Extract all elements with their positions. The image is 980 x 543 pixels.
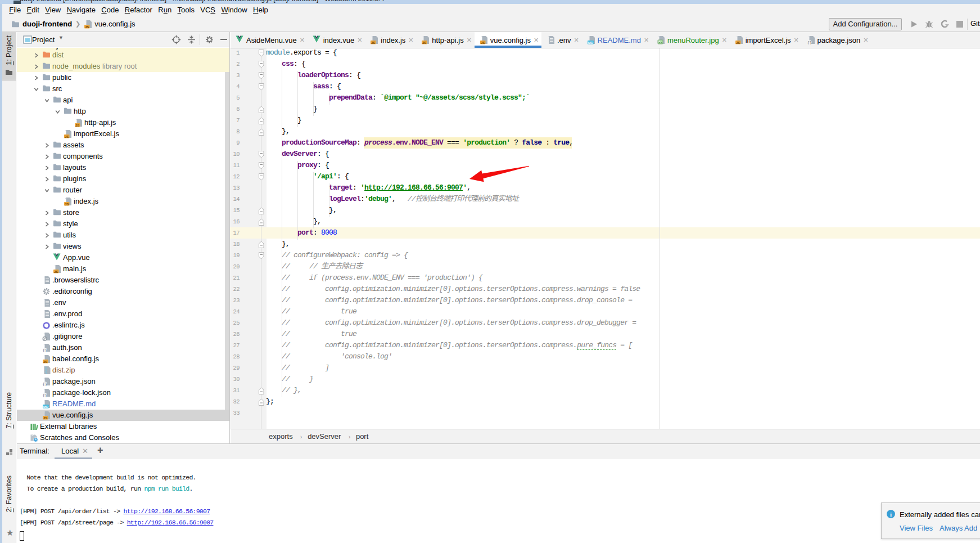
svg-text:MD: MD [588,41,593,44]
svg-text:JS: JS [736,41,740,44]
svg-text:JS: JS [65,203,69,206]
svg-text:JS: JS [422,41,426,44]
svg-text:{}: {} [43,348,47,352]
svg-text:JS: JS [371,41,375,44]
svg-text:JS: JS [65,135,69,138]
svg-text:JS: JS [85,25,89,28]
svg-text:JS: JS [54,270,58,273]
svg-text:JS: JS [481,41,485,44]
svg-text:{}: {} [43,382,47,386]
svg-text:{}: {} [807,41,811,44]
svg-text:JS: JS [43,416,47,420]
svg-text:MD: MD [43,405,49,409]
svg-text:{}: {} [43,393,47,397]
svg-text:JS: JS [75,124,79,127]
svg-text:JS: JS [43,360,47,364]
